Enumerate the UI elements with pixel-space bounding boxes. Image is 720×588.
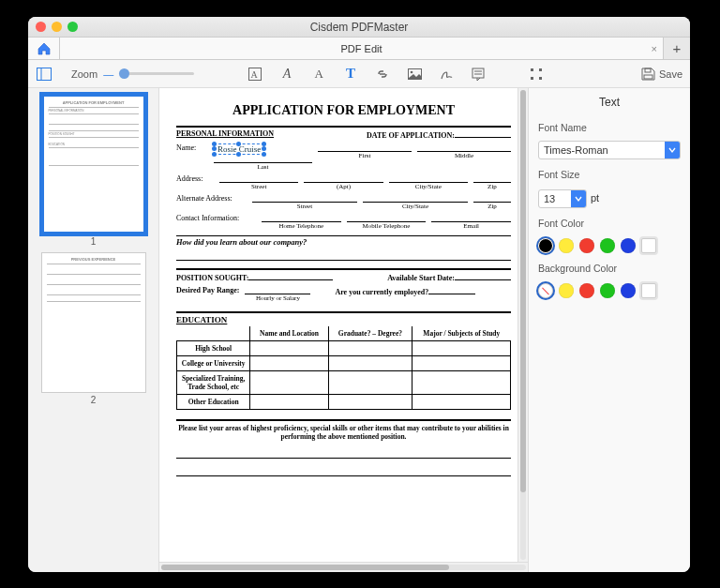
field-label: How did you learn about our company? [176, 237, 511, 247]
table-header: Major / Subjects of Study [412, 326, 511, 341]
field-label: Available Start Date: [387, 274, 455, 282]
svg-rect-13 [644, 75, 652, 79]
field-label: Address: [176, 174, 214, 190]
sublabel: Mobile Telephone [347, 222, 427, 230]
sublabel: City/State [363, 203, 468, 210]
sublabel: City/State [389, 183, 468, 190]
instruction-text: Please list your areas of highest profic… [176, 419, 511, 441]
field-label: Alternate Address: [176, 194, 247, 210]
table-row: Other Education [177, 395, 511, 410]
color-swatch-green[interactable] [600, 283, 615, 298]
table-row: High School [177, 341, 511, 356]
properties-panel: Text Font Name Times-Roman Font Size 13 … [529, 88, 690, 572]
table-header [177, 326, 250, 341]
image-icon[interactable] [404, 64, 425, 84]
bg-color-swatches [538, 283, 681, 298]
zoom-control[interactable]: Zoom — [71, 68, 194, 80]
save-label: Save [659, 68, 682, 80]
vertical-scrollbar[interactable] [518, 88, 528, 562]
app-window: Cisdem PDFMaster PDF Edit × + Zoom — A A… [28, 17, 690, 572]
education-table: Name and Location Graduate? – Degree? Ma… [176, 326, 511, 410]
font-size-select[interactable]: 13 [538, 189, 587, 208]
home-button[interactable] [28, 38, 60, 59]
bg-color-label: Background Color [538, 263, 681, 274]
color-swatch-black[interactable] [538, 238, 553, 253]
sublabel: Zip [473, 183, 511, 190]
table-header: Graduate? – Degree? [328, 326, 412, 341]
sublabel: Hourly or Salary [245, 294, 310, 302]
sublabel: First [318, 152, 412, 159]
color-swatch-yellow[interactable] [559, 283, 574, 298]
font-name-value: Times-Roman [539, 144, 665, 156]
sublabel: Home Telephone [262, 222, 341, 230]
thumbnail-page-2[interactable]: PREVIOUS EXPERIENCE 2 [34, 252, 153, 405]
save-button[interactable]: Save [641, 68, 682, 81]
color-swatch-yellow[interactable] [559, 238, 574, 253]
zoom-slider[interactable] [119, 72, 194, 75]
color-swatch-custom[interactable] [641, 238, 656, 253]
color-swatch-custom[interactable] [641, 283, 656, 298]
svg-rect-0 [38, 68, 52, 80]
sublabel: Last [214, 163, 312, 171]
doc-title: APPLICATION FOR EMPLOYMENT [176, 103, 511, 118]
note-icon[interactable] [468, 64, 488, 84]
tab-bar: PDF Edit × + [28, 38, 690, 60]
color-swatch-none[interactable] [538, 283, 553, 298]
selection-icon[interactable] [526, 64, 547, 84]
link-icon[interactable] [372, 64, 393, 84]
font-color-label: Font Color [538, 218, 681, 229]
font-size-value: 13 [539, 193, 571, 204]
zoom-label: Zoom [71, 68, 98, 80]
signature-icon[interactable] [436, 64, 457, 84]
horizontal-scrollbar[interactable] [159, 562, 528, 572]
color-swatch-blue[interactable] [621, 283, 636, 298]
pt-label: pt [591, 192, 599, 204]
svg-rect-9 [531, 68, 533, 71]
field-label: Are you currently employed? [335, 288, 428, 296]
text-style-icon[interactable]: A [245, 64, 265, 84]
color-swatch-red[interactable] [579, 283, 594, 298]
sublabel: Email [431, 222, 511, 230]
thumbnail-page-1[interactable]: APPLICATION FOR EMPLOYMENTPERSONAL INFOR… [34, 94, 153, 247]
tab-close-icon[interactable]: × [652, 43, 657, 54]
tab-document[interactable]: PDF Edit × [60, 38, 664, 59]
toolbar: Zoom — A A A T Save [28, 60, 690, 88]
titlebar: Cisdem PDFMaster [28, 17, 690, 38]
tab-label: PDF Edit [340, 43, 382, 54]
panel-title: Text [538, 96, 681, 109]
document-area: APPLICATION FOR EMPLOYMENT PERSONAL INFO… [159, 88, 529, 572]
document-scroll[interactable]: APPLICATION FOR EMPLOYMENT PERSONAL INFO… [159, 88, 528, 572]
font-name-select[interactable]: Times-Roman [538, 141, 681, 159]
sublabel: Zip [473, 203, 511, 210]
svg-text:A: A [251, 69, 259, 80]
font-size-label: Font Size [538, 169, 681, 180]
document-page[interactable]: APPLICATION FOR EMPLOYMENT PERSONAL INFO… [165, 94, 522, 484]
color-swatch-red[interactable] [579, 238, 594, 253]
chevron-down-icon [665, 142, 680, 158]
section-heading: PERSONAL INFORMATION [176, 129, 274, 138]
window-title: Cisdem PDFMaster [28, 21, 690, 34]
sublabel: Street [252, 203, 357, 210]
sidebar-toggle-icon[interactable] [34, 64, 54, 84]
field-label: Contact Information: [176, 214, 256, 230]
font-icon[interactable]: A [308, 64, 329, 84]
italic-icon[interactable]: A [277, 64, 297, 84]
sublabel: Middle [417, 152, 511, 159]
thumbnail-panel: APPLICATION FOR EMPLOYMENTPERSONAL INFOR… [28, 88, 159, 572]
text-selection-box[interactable]: Rosie Cruise [214, 143, 264, 155]
color-swatch-blue[interactable] [621, 238, 636, 253]
new-tab-button[interactable]: + [664, 38, 690, 59]
text-tool-icon[interactable]: T [340, 64, 361, 84]
chevron-down-icon [571, 190, 586, 207]
field-label: DATE OF APPLICATION: [367, 131, 455, 140]
table-header: Name and Location [250, 326, 328, 341]
svg-rect-12 [539, 77, 542, 80]
thumbnail-page-number: 2 [34, 395, 153, 405]
svg-rect-6 [472, 68, 484, 78]
content-area: APPLICATION FOR EMPLOYMENTPERSONAL INFOR… [28, 88, 690, 572]
color-swatch-green[interactable] [600, 238, 615, 253]
field-label: Desired Pay Range: [176, 286, 239, 294]
svg-rect-10 [539, 68, 542, 71]
table-row: College or University [177, 356, 511, 371]
svg-rect-14 [645, 68, 651, 72]
